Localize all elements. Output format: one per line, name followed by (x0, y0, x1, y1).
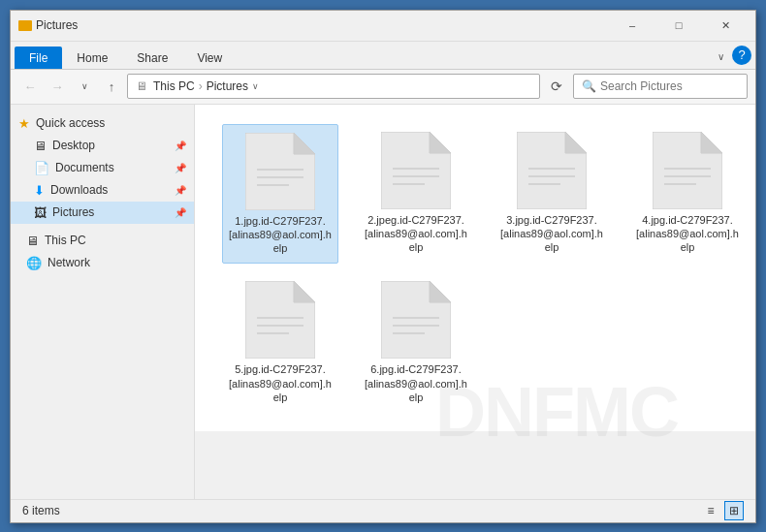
path-separator-1: › (199, 79, 203, 93)
tab-file[interactable]: File (15, 47, 62, 69)
file-name-4: 4.jpg.id-C279F237.[alinas89@aol.com].hel… (634, 213, 741, 255)
file-icon-4 (653, 132, 722, 209)
desktop-icon: 🖥 (34, 139, 47, 153)
main-content: ★ Quick access 🖥 Desktop 📌 📄 Documents 📌… (11, 105, 755, 499)
file-area: 1.jpg.id-C279F237.[alinas89@aol.com].hel… (195, 105, 755, 432)
this-pc-label: This PC (45, 234, 86, 247)
downloads-icon: ⬇ (34, 183, 45, 198)
star-icon: ★ (18, 116, 30, 131)
file-icon-1 (245, 133, 315, 210)
refresh-button[interactable]: ⟳ (544, 74, 569, 99)
list-view-button[interactable]: ≡ (701, 501, 720, 520)
window-icon (18, 20, 32, 31)
path-folder-icon: 🖥 (136, 79, 147, 93)
item-count: 6 items (22, 504, 60, 517)
pin-icon-pictures: 📌 (175, 207, 186, 218)
forward-button[interactable]: → (46, 75, 69, 98)
pin-icon-docs: 📌 (175, 163, 186, 173)
path-dropdown-icon[interactable]: ∨ (252, 81, 259, 91)
pc-icon: 🖥 (26, 234, 39, 248)
ribbon-tabs: File Home Share View ∨ ? (11, 42, 755, 69)
tab-home[interactable]: Home (62, 47, 122, 69)
file-icon-2 (381, 132, 451, 209)
search-box[interactable]: 🔍 (573, 74, 748, 99)
downloads-label: Downloads (50, 183, 108, 197)
file-icon-5 (245, 281, 315, 359)
file-item-4[interactable]: 4.jpg.id-C279F237.[alinas89@aol.com].hel… (629, 124, 746, 265)
pictures-icon: 🖼 (34, 205, 47, 220)
sidebar-item-documents[interactable]: 📄 Documents 📌 (11, 157, 194, 179)
view-controls: ≡ ⊞ (701, 501, 744, 520)
file-area-wrap: 1.jpg.id-C279F237.[alinas89@aol.com].hel… (195, 105, 755, 499)
network-label: Network (48, 256, 90, 269)
search-input[interactable] (600, 79, 746, 93)
svg-marker-11 (565, 132, 587, 153)
svg-marker-21 (294, 281, 315, 302)
file-name-1: 1.jpg.id-C279F237.[alinas89@aol.com].hel… (227, 214, 334, 256)
file-item-1[interactable]: 1.jpg.id-C279F237.[alinas89@aol.com].hel… (222, 124, 338, 265)
title-bar: Pictures – □ ✕ (11, 11, 755, 42)
pictures-label: Pictures (52, 205, 94, 219)
window-title: Pictures (36, 18, 610, 32)
close-button[interactable]: ✕ (703, 10, 748, 41)
documents-label: Documents (55, 161, 114, 174)
address-bar: ← → ∨ ↑ 🖥 This PC › Pictures ∨ ⟳ 🔍 (11, 70, 755, 105)
file-name-5: 5.jpg.id-C279F237.[alinas89@aol.com].hel… (227, 362, 334, 404)
file-icon-6 (381, 281, 451, 359)
up-button[interactable]: ↑ (100, 75, 123, 98)
search-icon: 🔍 (582, 79, 596, 93)
file-item-6[interactable]: 6.jpg.id-C279F237.[alinas89@aol.com].hel… (358, 273, 474, 412)
dropdown-button[interactable]: ∨ (73, 75, 96, 98)
help-button[interactable]: ? (732, 46, 751, 65)
explorer-window: Pictures – □ ✕ File Home Share View ∨ ? … (10, 10, 756, 523)
sidebar-item-pictures[interactable]: 🖼 Pictures 📌 (11, 202, 194, 224)
svg-marker-1 (294, 133, 315, 154)
pin-icon-desktop: 📌 (175, 141, 186, 151)
sidebar-item-network[interactable]: 🌐 Network (11, 252, 194, 274)
sidebar-item-downloads[interactable]: ⬇ Downloads 📌 (11, 179, 194, 202)
desktop-label: Desktop (52, 139, 95, 152)
path-pictures[interactable]: Pictures (207, 79, 248, 93)
window-controls: – □ ✕ (610, 10, 748, 41)
address-path[interactable]: 🖥 This PC › Pictures ∨ (127, 74, 540, 99)
tab-view[interactable]: View (182, 47, 237, 69)
file-name-6: 6.jpg.id-C279F237.[alinas89@aol.com].hel… (363, 362, 469, 404)
file-item-2[interactable]: 2.jpeg.id-C279F237.[alinas89@aol.com].he… (358, 124, 474, 265)
file-item-5[interactable]: 5.jpg.id-C279F237.[alinas89@aol.com].hel… (222, 273, 338, 412)
sidebar: ★ Quick access 🖥 Desktop 📌 📄 Documents 📌… (11, 105, 195, 499)
quick-access-label: Quick access (36, 116, 105, 130)
maximize-button[interactable]: □ (656, 10, 701, 41)
path-this-pc[interactable]: This PC (153, 79, 195, 93)
grid-view-button[interactable]: ⊞ (724, 501, 744, 520)
files-grid: 1.jpg.id-C279F237.[alinas89@aol.com].hel… (207, 116, 744, 421)
file-name-3: 3.jpg.id-C279F237.[alinas89@aol.com].hel… (498, 213, 605, 255)
svg-marker-6 (430, 132, 451, 153)
back-button[interactable]: ← (18, 75, 42, 98)
pin-icon-dl: 📌 (175, 185, 186, 196)
svg-marker-26 (430, 281, 451, 302)
ribbon-chevron[interactable]: ∨ (709, 46, 732, 69)
sidebar-item-quick-access[interactable]: ★ Quick access (11, 112, 194, 135)
tab-share[interactable]: Share (122, 47, 182, 69)
sidebar-item-desktop[interactable]: 🖥 Desktop 📌 (11, 135, 194, 157)
sidebar-item-this-pc[interactable]: 🖥 This PC (11, 230, 194, 252)
file-name-2: 2.jpeg.id-C279F237.[alinas89@aol.com].he… (363, 213, 469, 255)
ribbon: File Home Share View ∨ ? (11, 42, 755, 70)
svg-marker-16 (701, 132, 722, 153)
network-icon: 🌐 (26, 256, 42, 270)
title-bar-icon (18, 20, 32, 31)
file-icon-3 (517, 132, 587, 209)
status-bar: 6 items ≡ ⊞ (11, 499, 755, 522)
docs-icon: 📄 (34, 161, 49, 175)
file-item-3[interactable]: 3.jpg.id-C279F237.[alinas89@aol.com].hel… (494, 124, 610, 265)
minimize-button[interactable]: – (610, 10, 654, 41)
